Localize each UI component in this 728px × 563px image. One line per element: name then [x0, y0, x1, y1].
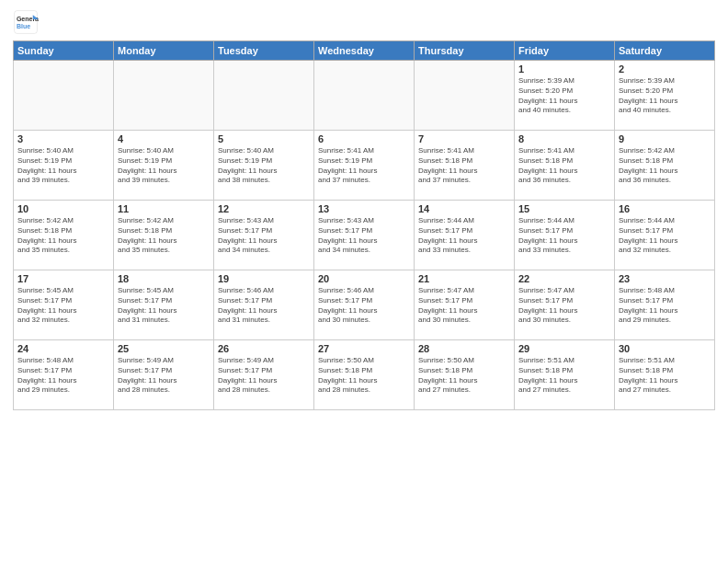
week-row-2: 3Sunrise: 5:40 AM Sunset: 5:19 PM Daylig… — [14, 131, 715, 201]
col-header-wednesday: Wednesday — [314, 41, 415, 61]
calendar-header-row: SundayMondayTuesdayWednesdayThursdayFrid… — [14, 41, 715, 61]
calendar-cell: 29Sunrise: 5:51 AM Sunset: 5:18 PM Dayli… — [515, 340, 615, 410]
day-number: 25 — [118, 343, 210, 354]
day-number: 2 — [619, 63, 711, 75]
calendar-cell: 13Sunrise: 5:43 AM Sunset: 5:17 PM Dayli… — [314, 201, 415, 270]
calendar-cell: 21Sunrise: 5:47 AM Sunset: 5:17 PM Dayli… — [415, 270, 515, 340]
day-number: 5 — [218, 133, 310, 144]
day-number: 4 — [118, 133, 210, 144]
calendar-cell: 15Sunrise: 5:44 AM Sunset: 5:17 PM Dayli… — [515, 201, 615, 270]
calendar-cell: 8Sunrise: 5:41 AM Sunset: 5:18 PM Daylig… — [515, 131, 615, 201]
week-row-4: 17Sunrise: 5:45 AM Sunset: 5:17 PM Dayli… — [14, 270, 715, 340]
calendar-cell: 14Sunrise: 5:44 AM Sunset: 5:17 PM Dayli… — [415, 201, 515, 270]
day-number: 18 — [118, 273, 210, 284]
logo-icon: General Blue — [13, 9, 39, 35]
day-info: Sunrise: 5:39 AM Sunset: 5:20 PM Dayligh… — [619, 76, 711, 116]
day-info: Sunrise: 5:50 AM Sunset: 5:18 PM Dayligh… — [318, 356, 410, 396]
calendar-cell: 9Sunrise: 5:42 AM Sunset: 5:18 PM Daylig… — [615, 131, 715, 201]
calendar-cell: 18Sunrise: 5:45 AM Sunset: 5:17 PM Dayli… — [114, 270, 214, 340]
day-info: Sunrise: 5:46 AM Sunset: 5:17 PM Dayligh… — [318, 286, 410, 326]
day-info: Sunrise: 5:43 AM Sunset: 5:17 PM Dayligh… — [318, 216, 410, 256]
day-number: 3 — [17, 133, 109, 144]
col-header-sunday: Sunday — [14, 41, 114, 61]
calendar-cell: 30Sunrise: 5:51 AM Sunset: 5:18 PM Dayli… — [615, 340, 715, 410]
calendar-cell — [214, 61, 314, 131]
day-number: 8 — [518, 133, 610, 144]
day-info: Sunrise: 5:41 AM Sunset: 5:18 PM Dayligh… — [418, 146, 510, 186]
calendar-cell: 20Sunrise: 5:46 AM Sunset: 5:17 PM Dayli… — [314, 270, 415, 340]
calendar-cell: 3Sunrise: 5:40 AM Sunset: 5:19 PM Daylig… — [14, 131, 114, 201]
day-info: Sunrise: 5:40 AM Sunset: 5:19 PM Dayligh… — [218, 146, 310, 186]
calendar-cell: 7Sunrise: 5:41 AM Sunset: 5:18 PM Daylig… — [415, 131, 515, 201]
day-number: 29 — [518, 343, 610, 354]
calendar-cell: 27Sunrise: 5:50 AM Sunset: 5:18 PM Dayli… — [314, 340, 415, 410]
calendar-table: SundayMondayTuesdayWednesdayThursdayFrid… — [13, 40, 715, 410]
calendar-cell: 11Sunrise: 5:42 AM Sunset: 5:18 PM Dayli… — [114, 201, 214, 270]
col-header-thursday: Thursday — [415, 41, 515, 61]
calendar-cell: 16Sunrise: 5:44 AM Sunset: 5:17 PM Dayli… — [615, 201, 715, 270]
svg-text:Blue: Blue — [17, 23, 30, 29]
calendar-cell: 19Sunrise: 5:46 AM Sunset: 5:17 PM Dayli… — [214, 270, 314, 340]
calendar-cell: 6Sunrise: 5:41 AM Sunset: 5:19 PM Daylig… — [314, 131, 415, 201]
page-container: General Blue SundayMondayTuesdayWednesda… — [0, 0, 728, 563]
day-info: Sunrise: 5:49 AM Sunset: 5:17 PM Dayligh… — [218, 356, 310, 396]
day-number: 15 — [518, 203, 610, 214]
day-info: Sunrise: 5:40 AM Sunset: 5:19 PM Dayligh… — [118, 146, 210, 186]
day-number: 21 — [418, 273, 510, 284]
calendar-cell — [314, 61, 415, 131]
day-info: Sunrise: 5:47 AM Sunset: 5:17 PM Dayligh… — [418, 286, 510, 326]
calendar-cell: 25Sunrise: 5:49 AM Sunset: 5:17 PM Dayli… — [114, 340, 214, 410]
day-info: Sunrise: 5:44 AM Sunset: 5:17 PM Dayligh… — [418, 216, 510, 256]
day-info: Sunrise: 5:41 AM Sunset: 5:18 PM Dayligh… — [518, 146, 610, 186]
day-number: 6 — [318, 133, 410, 144]
day-number: 20 — [318, 273, 410, 284]
calendar-cell: 22Sunrise: 5:47 AM Sunset: 5:17 PM Dayli… — [515, 270, 615, 340]
calendar-cell: 2Sunrise: 5:39 AM Sunset: 5:20 PM Daylig… — [615, 61, 715, 131]
day-info: Sunrise: 5:48 AM Sunset: 5:17 PM Dayligh… — [619, 286, 711, 326]
day-number: 12 — [218, 203, 310, 214]
calendar-cell — [114, 61, 214, 131]
calendar-cell: 5Sunrise: 5:40 AM Sunset: 5:19 PM Daylig… — [214, 131, 314, 201]
day-number: 9 — [619, 133, 711, 144]
day-number: 30 — [619, 343, 711, 354]
calendar-cell: 24Sunrise: 5:48 AM Sunset: 5:17 PM Dayli… — [14, 340, 114, 410]
day-info: Sunrise: 5:44 AM Sunset: 5:17 PM Dayligh… — [619, 216, 711, 256]
day-info: Sunrise: 5:42 AM Sunset: 5:18 PM Dayligh… — [619, 146, 711, 186]
day-info: Sunrise: 5:51 AM Sunset: 5:18 PM Dayligh… — [619, 356, 711, 396]
day-info: Sunrise: 5:45 AM Sunset: 5:17 PM Dayligh… — [17, 286, 109, 326]
calendar-cell: 28Sunrise: 5:50 AM Sunset: 5:18 PM Dayli… — [415, 340, 515, 410]
day-number: 23 — [619, 273, 711, 284]
col-header-monday: Monday — [114, 41, 214, 61]
day-info: Sunrise: 5:48 AM Sunset: 5:17 PM Dayligh… — [17, 356, 109, 396]
calendar-cell — [14, 61, 114, 131]
calendar-cell: 12Sunrise: 5:43 AM Sunset: 5:17 PM Dayli… — [214, 201, 314, 270]
day-number: 22 — [518, 273, 610, 284]
calendar-cell: 1Sunrise: 5:39 AM Sunset: 5:20 PM Daylig… — [515, 61, 615, 131]
calendar-cell: 26Sunrise: 5:49 AM Sunset: 5:17 PM Dayli… — [214, 340, 314, 410]
day-info: Sunrise: 5:42 AM Sunset: 5:18 PM Dayligh… — [17, 216, 109, 256]
day-number: 7 — [418, 133, 510, 144]
week-row-5: 24Sunrise: 5:48 AM Sunset: 5:17 PM Dayli… — [14, 340, 715, 410]
day-info: Sunrise: 5:46 AM Sunset: 5:17 PM Dayligh… — [218, 286, 310, 326]
day-number: 1 — [518, 63, 610, 75]
day-info: Sunrise: 5:51 AM Sunset: 5:18 PM Dayligh… — [518, 356, 610, 396]
calendar-cell — [415, 61, 515, 131]
day-number: 16 — [619, 203, 711, 214]
day-number: 26 — [218, 343, 310, 354]
day-number: 11 — [118, 203, 210, 214]
week-row-1: 1Sunrise: 5:39 AM Sunset: 5:20 PM Daylig… — [14, 61, 715, 131]
day-info: Sunrise: 5:45 AM Sunset: 5:17 PM Dayligh… — [118, 286, 210, 326]
col-header-friday: Friday — [515, 41, 615, 61]
day-info: Sunrise: 5:49 AM Sunset: 5:17 PM Dayligh… — [118, 356, 210, 396]
day-info: Sunrise: 5:42 AM Sunset: 5:18 PM Dayligh… — [118, 216, 210, 256]
day-number: 24 — [17, 343, 109, 354]
day-number: 14 — [418, 203, 510, 214]
col-header-tuesday: Tuesday — [214, 41, 314, 61]
calendar-cell: 10Sunrise: 5:42 AM Sunset: 5:18 PM Dayli… — [14, 201, 114, 270]
day-info: Sunrise: 5:47 AM Sunset: 5:17 PM Dayligh… — [518, 286, 610, 326]
day-info: Sunrise: 5:41 AM Sunset: 5:19 PM Dayligh… — [318, 146, 410, 186]
week-row-3: 10Sunrise: 5:42 AM Sunset: 5:18 PM Dayli… — [14, 201, 715, 270]
day-info: Sunrise: 5:50 AM Sunset: 5:18 PM Dayligh… — [418, 356, 510, 396]
day-info: Sunrise: 5:40 AM Sunset: 5:19 PM Dayligh… — [17, 146, 109, 186]
day-number: 17 — [17, 273, 109, 284]
